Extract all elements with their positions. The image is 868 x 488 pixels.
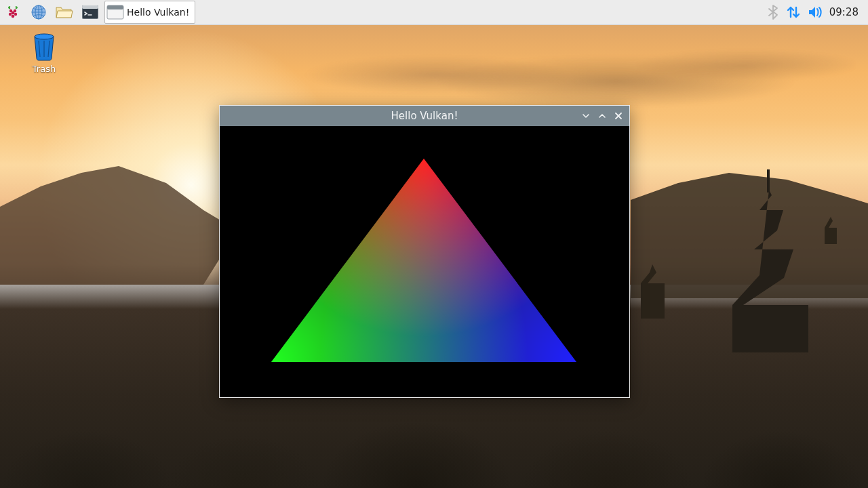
window-hello-vulkan: Hello Vulkan! [219, 105, 630, 398]
svg-point-3 [12, 12, 15, 15]
svg-rect-12 [107, 5, 123, 9]
system-tray: 09:28 [767, 5, 868, 20]
taskbar-task-hello-vulkan[interactable]: Hello Vulkan! [104, 1, 195, 24]
desktop-icon-label: Trash [33, 64, 56, 74]
globe-icon [31, 4, 47, 20]
terminal-launcher[interactable] [77, 0, 103, 24]
window-maximize-button[interactable] [594, 106, 610, 125]
terminal-icon [82, 5, 98, 19]
vulkan-render-surface [220, 126, 628, 397]
window-icon [106, 5, 124, 20]
taskbar-task-label: Hello Vulkan! [127, 7, 189, 18]
raspberry-pi-icon [5, 4, 21, 20]
desktop-icon-trash[interactable]: Trash [20, 31, 68, 74]
trash-icon [31, 31, 58, 61]
svg-point-5 [14, 13, 17, 16]
svg-point-13 [35, 34, 54, 39]
window-close-button[interactable] [610, 106, 627, 125]
taskbar: Hello Vulkan! 09:28 [0, 0, 868, 25]
svg-point-6 [12, 15, 15, 18]
rgb-triangle [271, 159, 576, 362]
web-browser-launcher[interactable] [26, 0, 52, 24]
close-icon [614, 112, 623, 120]
bluetooth-indicator[interactable] [767, 5, 779, 20]
bluetooth-icon [767, 5, 779, 20]
volume-indicator[interactable] [808, 5, 823, 19]
volume-icon [808, 5, 823, 19]
file-manager-launcher[interactable] [52, 0, 77, 24]
clock[interactable]: 09:28 [829, 6, 859, 18]
chevron-up-icon [598, 112, 606, 120]
svg-rect-0 [767, 169, 770, 192]
network-indicator[interactable] [786, 5, 801, 20]
folder-icon [56, 5, 73, 20]
svg-point-4 [9, 13, 12, 16]
window-minimize-button[interactable] [578, 106, 594, 125]
chevron-down-icon [582, 112, 590, 120]
window-title: Hello Vulkan! [220, 110, 629, 122]
network-updown-icon [786, 5, 801, 20]
application-menu-button[interactable] [0, 0, 26, 24]
window-titlebar[interactable]: Hello Vulkan! [220, 106, 629, 126]
svg-rect-10 [82, 5, 98, 9]
